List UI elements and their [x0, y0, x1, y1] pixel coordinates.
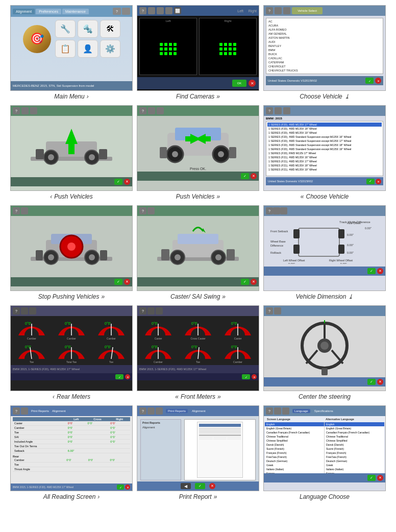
caster-ok[interactable]: ✓ [241, 279, 249, 285]
push1-icon-3[interactable] [30, 107, 37, 114]
push2-icon-3[interactable] [157, 107, 164, 114]
alt-english-gb[interactable]: English (Great Britain) [325, 426, 384, 430]
rear-help[interactable]: ? [13, 307, 20, 315]
rear-icon-3[interactable] [29, 307, 36, 315]
veh2-ok[interactable]: ✓ [366, 179, 375, 184]
print-ok-btn[interactable]: ✓ [195, 483, 205, 489]
specs-tab[interactable]: Specifications [312, 409, 335, 413]
veh-tab-1[interactable]: Vehicle Select [292, 7, 323, 14]
veh2-icon-3[interactable] [283, 107, 290, 114]
lang-free7aia[interactable]: Free7aia (French) [265, 455, 324, 459]
dim-icon-2[interactable] [273, 207, 280, 214]
rear-ok[interactable]: ✓ [115, 374, 123, 379]
push2-help[interactable]: ? [139, 107, 146, 114]
veh-help-icon[interactable]: ? [266, 7, 273, 14]
caster-help[interactable]: ? [139, 207, 146, 214]
lang-tab[interactable]: Language [292, 409, 310, 413]
push1-icon-2[interactable] [21, 107, 29, 114]
alt-french[interactable]: Français (French) [325, 451, 384, 455]
icon-box-4[interactable]: 📋 [55, 40, 76, 58]
lang-ok[interactable]: ✓ [367, 475, 376, 481]
veh-item-cadillac[interactable]: CADILLAC [267, 56, 382, 60]
reading-cancel[interactable]: ✕ [125, 485, 130, 490]
tab-preferences[interactable]: Preferences [36, 9, 61, 14]
veh2-icon-2[interactable] [275, 107, 282, 114]
steer-ok[interactable]: ✓ [367, 379, 376, 385]
lang-korean[interactable]: Korean [265, 471, 324, 473]
dim-ok[interactable]: ✓ [367, 268, 376, 274]
veh-item-bmw[interactable]: BMW [267, 48, 382, 52]
alt-danish[interactable]: Dansk (Danish) [325, 443, 384, 447]
stop-icon-2[interactable] [21, 207, 28, 214]
cam-icon-3[interactable] [157, 7, 164, 14]
veh-item-bentley[interactable]: BENTLEY [267, 44, 382, 48]
toolbar-icon-1[interactable]: ? [113, 8, 121, 15]
push1-help[interactable]: ? [13, 107, 20, 114]
veh-item-ac[interactable]: AC [267, 19, 382, 23]
print-tab[interactable]: Print Reports [166, 409, 188, 413]
veh-icon-3[interactable] [283, 7, 290, 14]
reading-ok[interactable]: ✓ [117, 485, 124, 490]
lang-screen-list[interactable]: English English (Great Britain) Canadian… [265, 422, 325, 473]
lang-alt-list[interactable]: English English (Great Britain) Canadian… [325, 422, 384, 473]
print-icon-2[interactable] [147, 407, 155, 415]
veh-item-audi[interactable]: AUDI [267, 40, 382, 44]
tab-alignment[interactable]: Alignment [13, 9, 35, 14]
veh-item-acura[interactable]: ACURA [267, 23, 382, 28]
tab-maintenance[interactable]: Maintenance [62, 9, 89, 14]
lang-cancel[interactable]: ✕ [377, 475, 383, 481]
veh2-help[interactable]: ? [266, 107, 273, 114]
print-cancel-btn[interactable]: ✕ [209, 483, 215, 489]
icon-box-5[interactable]: 👤 [78, 40, 98, 58]
veh2-item-9[interactable]: 1 SERIES (F21), 4WD M135X 16" Wheel [267, 155, 382, 159]
lang-danish[interactable]: Dansk (Danish) [265, 443, 324, 447]
dim-help[interactable]: ? [266, 207, 273, 214]
veh2-item-2[interactable]: 1 SERIES (F20), 4WD M135X 18" Wheel [267, 127, 382, 131]
steer-icon-2[interactable] [274, 307, 281, 315]
front-icon-3[interactable] [156, 307, 163, 315]
caster-cancel[interactable]: ✕ [251, 279, 257, 285]
veh2-cancel[interactable]: ✕ [376, 179, 381, 184]
veh-ok-btn[interactable]: ✓ [365, 78, 374, 84]
vehicle-list[interactable]: AC ACURA ALFA ROMEO AM GENERAL ASTON MAR… [266, 18, 383, 74]
alt-german[interactable]: Deutsch (German) [325, 459, 384, 463]
lang-icon-2[interactable] [274, 407, 281, 415]
stop-ok[interactable]: ✓ [114, 279, 122, 285]
print-alignment-opt[interactable]: Alignment [142, 426, 179, 429]
veh2-item-12[interactable]: 1 SERIES (F21), 4WD M135X 19" Wheel [267, 167, 382, 172]
veh2-item-11[interactable]: 1 SERIES (F21), 4WD M135X 18" Wheel [267, 163, 382, 167]
veh2-item-5[interactable]: 1 SERIES (F20), 4WD Standard Suspension … [267, 139, 382, 143]
steer-cancel[interactable]: ✕ [377, 379, 383, 385]
push1-cancel[interactable]: ✕ [124, 179, 130, 185]
cam-cancel-btn[interactable]: ✕ [249, 80, 256, 87]
cam-icon-4[interactable] [165, 7, 172, 14]
print-help[interactable]: ? [139, 407, 146, 415]
stop-cancel[interactable]: ✕ [124, 279, 130, 285]
cam-icon-2[interactable] [148, 7, 155, 14]
lang-english[interactable]: English [265, 422, 324, 426]
icon-box-2[interactable]: 🔩 [78, 20, 98, 38]
reading-tab-align[interactable]: Alignment [52, 409, 66, 413]
steer-help[interactable]: ? [266, 307, 273, 315]
veh-item-aston[interactable]: ASTON MARTIN [267, 36, 382, 40]
icon-box-3[interactable]: 🛠 [100, 20, 120, 38]
lang-french[interactable]: Français (French) [265, 451, 324, 455]
stop-help[interactable]: ? [13, 207, 20, 214]
cam-icon-5[interactable]: ⬜ [174, 7, 181, 14]
icon-box-6[interactable]: ⚙️ [100, 40, 120, 58]
alt-italian[interactable]: Italiano (Italian) [325, 467, 384, 471]
veh2-item-7[interactable]: 1 SERIES (F20), 4WD Standard Suspension … [267, 147, 382, 151]
veh2-item-8[interactable]: 1 SERIES (F20), RWD M135i 17" Wheel [267, 151, 382, 155]
lang-help[interactable]: ? [266, 407, 273, 415]
push2-cancel[interactable]: ✕ [251, 173, 257, 179]
veh2-model-list[interactable]: 1 SERIES (F20), 4WD M135X 17" Wheel 1 SE… [266, 121, 383, 176]
alt-cdn-french[interactable]: Canadian Français (French Canadian) [325, 430, 384, 434]
print-align-tab[interactable]: Alignment [190, 409, 208, 413]
veh-cancel-btn[interactable]: ✕ [375, 78, 381, 84]
lang-cdn-french[interactable]: Canadian Français (French Canadian) [265, 430, 324, 434]
icon-box-1[interactable]: 🔧 [55, 20, 76, 38]
lang-finnish[interactable]: Suomi (Finnish) [265, 447, 324, 451]
front-help[interactable]: ? [139, 307, 146, 315]
alt-greek[interactable]: Greek [325, 463, 384, 467]
veh-item-caterham[interactable]: CATERHAM [267, 60, 382, 64]
